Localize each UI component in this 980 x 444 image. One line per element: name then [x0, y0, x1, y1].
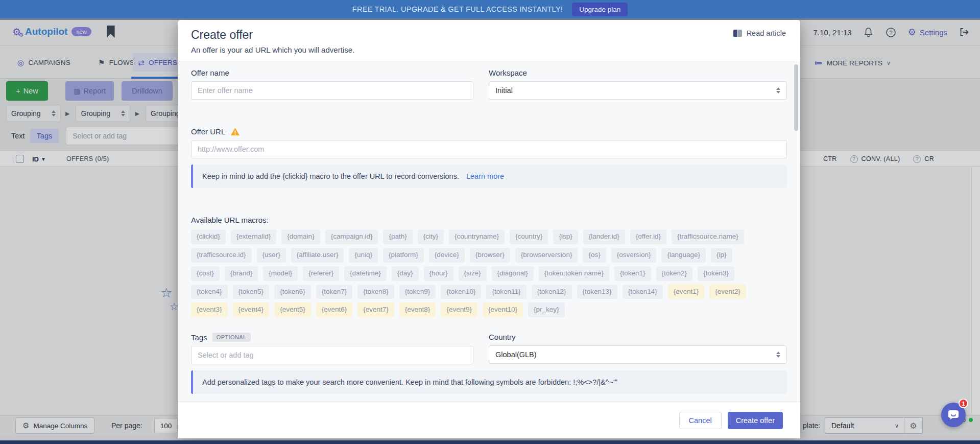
offer-name-input[interactable]: [191, 81, 473, 100]
country-select[interactable]: Global(GLB): [489, 345, 787, 364]
macro-chip[interactable]: {ip}: [711, 248, 732, 263]
promo-text: FREE TRIAL. UPGRADE & GET FULL ACCESS IN…: [352, 5, 563, 13]
macro-chip[interactable]: {token14}: [623, 285, 663, 299]
macro-chip[interactable]: {token2}: [656, 266, 693, 281]
macro-chip[interactable]: {countryname}: [449, 229, 505, 244]
macro-chip[interactable]: {event6}: [316, 302, 353, 317]
macro-chip[interactable]: {event8}: [399, 302, 436, 317]
macro-chip[interactable]: {event3}: [191, 302, 228, 317]
screen: FREE TRIAL. UPGRADE & GET FULL ACCESS IN…: [0, 0, 980, 444]
modal-footer: Cancel Create offer: [178, 402, 800, 438]
modal-header: Create offer An offer is your ad URL whi…: [178, 20, 800, 61]
macro-chip[interactable]: {browserversion}: [515, 248, 578, 263]
macro-chip[interactable]: {offer.id}: [630, 229, 666, 244]
offer-url-label: Offer URL: [191, 127, 787, 136]
macro-chip[interactable]: {domain}: [281, 229, 320, 244]
macro-chip[interactable]: {affiliate.user}: [291, 248, 344, 263]
macro-chip[interactable]: {token10}: [441, 285, 481, 299]
macro-chip[interactable]: {referer}: [303, 266, 339, 281]
macro-chip[interactable]: {trafficsource.name}: [672, 229, 744, 244]
macro-chip[interactable]: {pr_key}: [528, 302, 565, 317]
macro-chip[interactable]: {device}: [429, 248, 465, 263]
macro-chip[interactable]: {token12}: [532, 285, 572, 299]
country-value: Global(GLB): [495, 350, 537, 359]
book-icon: [733, 30, 742, 37]
tags-label: Tags: [191, 333, 207, 342]
macro-row: {trafficsource.id}{user}{affiliate.user}…: [191, 248, 787, 263]
offer-url-input[interactable]: [191, 140, 787, 158]
upgrade-plan-button[interactable]: Upgrade plan: [572, 3, 628, 16]
macro-chip[interactable]: {token6}: [274, 285, 311, 299]
cancel-button[interactable]: Cancel: [679, 412, 722, 429]
learn-more-link[interactable]: Learn more: [466, 172, 504, 180]
create-offer-modal: Create offer An offer is your ad URL whi…: [178, 20, 800, 438]
macro-chip[interactable]: {trafficsource.id}: [191, 248, 252, 263]
macro-chip[interactable]: {event10}: [483, 302, 523, 317]
workspace-select[interactable]: Initial: [489, 81, 787, 100]
macro-chip[interactable]: {hour}: [424, 266, 453, 281]
modal-scrollbar[interactable]: [794, 64, 798, 131]
warning-icon: [230, 127, 240, 136]
macro-chip[interactable]: {uniq}: [349, 248, 378, 263]
macro-chip[interactable]: {platform}: [383, 248, 424, 263]
tags-label-row: Tags OPTIONAL: [191, 333, 473, 342]
macro-chip[interactable]: {language}: [661, 248, 706, 263]
macro-chip[interactable]: {lander.id}: [583, 229, 625, 244]
macro-chip[interactable]: {token9}: [399, 285, 436, 299]
macro-chip[interactable]: {path}: [383, 229, 412, 244]
macro-chip[interactable]: {brand}: [225, 266, 258, 281]
macro-chip[interactable]: {token7}: [316, 285, 353, 299]
macro-row: {event3}{event4}{event5}{event6}{event7}…: [191, 302, 787, 317]
macro-chip[interactable]: {clickid}: [191, 229, 226, 244]
offer-url-label-text: Offer URL: [191, 127, 225, 136]
read-article-link[interactable]: Read article: [733, 29, 786, 37]
updown-icon: [776, 87, 780, 94]
online-status-dot: [969, 418, 973, 422]
macro-chip[interactable]: {token11}: [486, 285, 526, 299]
macro-chip[interactable]: {event9}: [441, 302, 477, 317]
optional-badge: OPTIONAL: [212, 333, 251, 342]
macro-chip[interactable]: {country}: [510, 229, 548, 244]
promo-banner: FREE TRIAL. UPGRADE & GET FULL ACCESS IN…: [0, 0, 980, 18]
macro-chip[interactable]: {cost}: [191, 266, 220, 281]
macro-row: {clickid}{externalid}{domain}{campaign.i…: [191, 229, 787, 244]
macro-chip[interactable]: {datetime}: [344, 266, 387, 281]
macro-chip[interactable]: {token3}: [698, 266, 734, 281]
macro-chip[interactable]: {size}: [459, 266, 487, 281]
chat-bubble-icon: [948, 410, 959, 420]
macro-chip[interactable]: {diagonal}: [492, 266, 534, 281]
macro-chip[interactable]: {city}: [418, 229, 444, 244]
macro-chip[interactable]: {model}: [263, 266, 298, 281]
macro-chip[interactable]: {token4}: [191, 285, 228, 299]
updown-icon: [776, 352, 780, 358]
macro-chip[interactable]: {event5}: [274, 302, 311, 317]
macro-chip[interactable]: {event1}: [668, 285, 705, 299]
tags-note: Add personalized tags to make your searc…: [191, 370, 787, 394]
bottom-edge: [0, 440, 980, 444]
macros-label: Available URL macros:: [191, 216, 787, 224]
macro-chip[interactable]: {token13}: [577, 285, 617, 299]
macro-chip[interactable]: {event2}: [709, 285, 746, 299]
macro-chip[interactable]: {token:token name}: [539, 266, 609, 281]
macro-chip[interactable]: {externalid}: [231, 229, 277, 244]
workspace-label: Workspace: [489, 68, 787, 77]
macro-chip[interactable]: {token1}: [614, 266, 651, 281]
macro-chip[interactable]: {osversion}: [611, 248, 657, 263]
macro-chip[interactable]: {event7}: [357, 302, 394, 317]
offer-name-label: Offer name: [191, 68, 473, 77]
macro-chip[interactable]: {event4}: [233, 302, 270, 317]
macro-row: {token4}{token5}{token6}{token7}{token8}…: [191, 285, 787, 299]
tags-input[interactable]: [191, 346, 473, 364]
macro-chip[interactable]: {os}: [583, 248, 606, 263]
tags-note-text: Add personalized tags to make your searc…: [202, 378, 617, 386]
clickid-note-text: Keep in mind to add the {clickid} macro …: [202, 172, 459, 180]
macro-chip[interactable]: {campaign.id}: [325, 229, 378, 244]
macro-chip[interactable]: {token8}: [357, 285, 394, 299]
read-article-label: Read article: [747, 29, 786, 37]
macro-chip[interactable]: {isp}: [553, 229, 578, 244]
macro-chip[interactable]: {user}: [257, 248, 286, 263]
create-offer-button[interactable]: Create offer: [728, 412, 783, 429]
macro-chip[interactable]: {day}: [392, 266, 419, 281]
macro-chip[interactable]: {browser}: [470, 248, 510, 263]
macro-chip[interactable]: {token5}: [233, 285, 270, 299]
